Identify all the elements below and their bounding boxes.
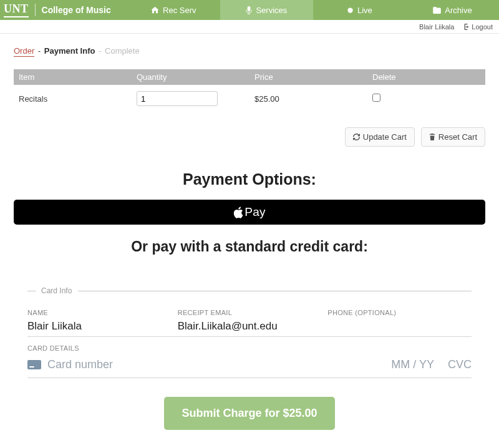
nav-label: Archive (445, 6, 472, 15)
brand-logo: UNT (4, 2, 29, 17)
update-cart-label: Update Cart (363, 132, 407, 142)
crumb-payment: Payment Info (44, 46, 95, 56)
apple-pay-label: Pay (245, 205, 265, 219)
divider-dash (27, 291, 36, 291)
top-nav: UNT College of Music Rec Serv Services L… (0, 0, 499, 20)
logout-label: Logout (472, 23, 493, 31)
nav-label: Rec Serv (163, 6, 196, 15)
refresh-icon (353, 134, 360, 140)
apple-pay-button[interactable]: Pay (14, 200, 485, 225)
user-bar: Blair Liikala Logout (0, 20, 499, 34)
brand-subtitle: College of Music (42, 5, 111, 15)
col-price: Price (250, 69, 367, 85)
reset-cart-label: Reset Cart (438, 132, 477, 142)
col-quantity: Quantity (132, 69, 250, 85)
card-expiry-input[interactable] (384, 358, 434, 371)
divider-line (78, 291, 472, 291)
email-input[interactable] (178, 320, 322, 335)
email-label: RECEIPT EMAIL (178, 309, 322, 316)
record-icon (347, 7, 354, 14)
name-label: NAME (27, 309, 172, 316)
card-info-title: Card Info (41, 286, 72, 295)
table-row: Recitals $25.00 (14, 85, 485, 112)
card-details-label: CARD DETAILS (27, 344, 472, 352)
email-field-group: RECEIPT EMAIL (178, 309, 322, 335)
col-delete: Delete (367, 69, 485, 85)
nav-label: Live (357, 6, 372, 15)
nav-item-archive[interactable]: Archive (406, 0, 499, 20)
quantity-input[interactable] (137, 91, 218, 106)
trash-icon (429, 134, 435, 140)
apple-icon (233, 207, 243, 218)
name-input[interactable] (27, 320, 172, 335)
cell-item: Recitals (14, 85, 132, 112)
brand-divider (35, 4, 36, 16)
breadcrumb: Order - Payment Info - Complete (14, 46, 485, 56)
card-number-input[interactable] (47, 358, 378, 371)
cell-quantity (132, 85, 250, 112)
nav-item-live[interactable]: Live (313, 0, 406, 20)
cell-delete (367, 85, 485, 112)
cart-actions: Update Cart Reset Cart (14, 127, 485, 147)
nav-item-rec-serv[interactable]: Rec Serv (127, 0, 220, 20)
crumb-sep: - (99, 46, 104, 56)
update-cart-button[interactable]: Update Cart (345, 127, 415, 147)
credit-card-icon (27, 360, 41, 369)
nav-label: Services (256, 6, 287, 15)
submit-charge-button[interactable]: Submit Charge for $25.00 (164, 397, 334, 430)
cart-table: Item Quantity Price Delete Recitals $25.… (14, 69, 485, 112)
crumb-sep: - (38, 46, 43, 56)
cell-price: $25.00 (250, 85, 367, 112)
brand[interactable]: UNT College of Music (0, 0, 117, 20)
card-details-row (27, 356, 472, 378)
phone-input[interactable] (327, 320, 472, 335)
card-info-header: Card Info (27, 286, 472, 295)
card-info-section: Card Info NAME RECEIPT EMAIL PHONE (OPTI… (27, 286, 472, 378)
row-underline (27, 336, 472, 337)
user-name: Blair Liikala (419, 23, 454, 31)
home-icon (151, 6, 159, 14)
reset-cart-button[interactable]: Reset Cart (421, 127, 485, 147)
name-field-group: NAME (27, 309, 172, 335)
delete-checkbox[interactable] (372, 94, 380, 102)
col-item: Item (14, 69, 132, 85)
phone-label: PHONE (OPTIONAL) (327, 309, 472, 316)
nav-item-services[interactable]: Services (220, 0, 313, 20)
logout-link[interactable]: Logout (463, 23, 493, 31)
payment-options-title: Payment Options: (14, 170, 485, 188)
crumb-complete: Complete (105, 46, 140, 56)
svg-point-0 (347, 7, 352, 12)
card-cvc-input[interactable] (440, 358, 472, 371)
crumb-order[interactable]: Order (14, 46, 34, 57)
or-pay-title: Or pay with a standard credit card: (14, 238, 485, 255)
phone-field-group: PHONE (OPTIONAL) (327, 309, 472, 335)
folder-icon (433, 7, 441, 14)
logout-icon (463, 24, 469, 30)
microphone-icon (246, 6, 252, 14)
